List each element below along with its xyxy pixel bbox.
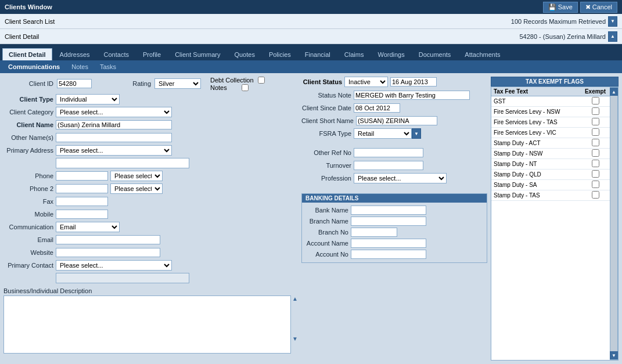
client-type-group: IndividualCompany	[56, 94, 120, 104]
other-names-label: Other Name(s)	[3, 134, 56, 141]
tax-sd-nt-checkbox[interactable]	[592, 160, 599, 167]
status-date-input[interactable]	[390, 77, 437, 87]
tab-quotes[interactable]: Quotes	[228, 48, 261, 60]
tax-scroll-up[interactable]: ▲	[610, 88, 618, 96]
tab-client-summary[interactable]: Client Summary	[168, 48, 226, 60]
client-status-select[interactable]: InactiveActive	[344, 77, 388, 87]
profession-select[interactable]: Please select...	[354, 173, 447, 183]
fax-label: Fax	[3, 198, 56, 205]
primary-address-select[interactable]: Please select...	[56, 145, 172, 156]
max-records-dropdown[interactable]: ▼	[608, 16, 617, 27]
tax-fsl-tas-checkbox[interactable]	[592, 118, 599, 125]
sub-tab-communications[interactable]: Communications	[2, 62, 66, 72]
other-names-input[interactable]	[56, 133, 172, 142]
client-name-input[interactable]	[56, 120, 172, 129]
tab-contacts[interactable]: Contacts	[98, 48, 135, 60]
account-no-input[interactable]	[351, 250, 426, 259]
tax-row-sd-qld: Stamp Duty - QLD	[491, 170, 610, 180]
client-detail-collapse[interactable]: ▲	[608, 31, 617, 42]
save-button[interactable]: 💾 Save	[543, 2, 578, 13]
app-title: Clients Window	[5, 3, 52, 10]
tab-client-detail[interactable]: Client Detail	[2, 48, 52, 60]
other-ref-input[interactable]	[354, 148, 423, 157]
client-short-name-label: Client Short Name	[301, 117, 356, 124]
tab-attachments[interactable]: Attachments	[458, 48, 506, 60]
biz-desc-scroll-down[interactable]: ▼	[292, 336, 298, 342]
fsra-dropdown-arrow[interactable]: ▼	[412, 128, 421, 139]
title-bar: Clients Window 💾 Save ✖ Cancel	[0, 0, 622, 14]
client-id-label: Client ID	[3, 80, 56, 87]
tax-col-text-header: Tax Fee Text	[491, 87, 581, 96]
notes-label: Notes	[210, 84, 227, 91]
branch-no-label: Branch No	[304, 229, 351, 236]
max-records-label: 100 Records Maximum Retrieved	[511, 18, 606, 25]
primary-address-text[interactable]	[56, 158, 189, 168]
branch-name-input[interactable]	[351, 217, 426, 226]
tax-sd-act-checkbox[interactable]	[592, 139, 599, 146]
tax-scroll-down[interactable]: ▼	[610, 351, 618, 359]
website-input[interactable]	[56, 248, 160, 257]
primary-address-group: Please select...	[56, 145, 172, 156]
phone2-label: Phone 2	[3, 185, 56, 192]
tax-sd-nsw-checkbox[interactable]	[592, 149, 599, 157]
phone2-type-select[interactable]: Please select...	[110, 183, 163, 194]
sub-tab-notes[interactable]: Notes	[66, 62, 94, 72]
save-icon: 💾	[548, 3, 556, 11]
mobile-input[interactable]	[56, 210, 108, 219]
phone-input[interactable]	[56, 171, 108, 181]
tab-wordings[interactable]: Wordings	[371, 48, 411, 60]
profession-label: Profession	[301, 175, 354, 182]
debt-collection-label: Debt Collection	[210, 77, 254, 84]
biz-desc-label: Business/Individual Description	[3, 287, 92, 294]
tax-col-exempt-header: Exempt	[581, 87, 610, 96]
tax-sd-sa-checkbox[interactable]	[592, 181, 599, 188]
tax-fsl-nsw-checkbox[interactable]	[592, 107, 599, 115]
cancel-button[interactable]: ✖ Cancel	[580, 2, 617, 13]
communication-select[interactable]: EmailPhonePost	[56, 222, 120, 232]
tax-sd-tas-checkbox[interactable]	[592, 191, 599, 199]
debt-collection-checkbox[interactable]	[258, 77, 265, 84]
tax-fsl-vic-checkbox[interactable]	[592, 128, 599, 136]
biz-desc-textarea[interactable]	[3, 295, 291, 354]
right-panel: TAX EXEMPT FLAGS Tax Fee Text Exempt GST…	[491, 77, 619, 361]
fax-input[interactable]	[56, 197, 108, 206]
account-name-input[interactable]	[351, 239, 426, 248]
communication-group: EmailPhonePost	[56, 222, 120, 232]
notes-checkbox[interactable]	[242, 84, 249, 91]
phone-type-select[interactable]: Please select...	[110, 171, 163, 181]
branch-no-input[interactable]	[351, 228, 397, 237]
turnover-input[interactable]	[354, 161, 423, 170]
sub-tab-tasks[interactable]: Tasks	[94, 62, 122, 72]
account-name-label: Account Name	[304, 240, 351, 247]
tab-claims[interactable]: Claims	[338, 48, 371, 60]
detail-bar-right: 54280 - (Susan) Zerina Millard ▲	[519, 31, 617, 42]
tab-profile[interactable]: Profile	[136, 48, 167, 60]
biz-desc-scroll-up[interactable]: ▲	[292, 295, 298, 302]
profession-group: Please select...	[354, 173, 447, 183]
communication-label: Communication	[3, 224, 56, 230]
primary-contact-select[interactable]: Please select...	[56, 260, 172, 271]
tab-financial[interactable]: Financial	[299, 48, 337, 60]
client-category-select[interactable]: Please select...	[56, 107, 172, 117]
client-short-name-input[interactable]	[356, 116, 437, 125]
tab-policies[interactable]: Policies	[263, 48, 297, 60]
tab-documents[interactable]: Documents	[412, 48, 458, 60]
tax-row-gst: GST	[491, 96, 610, 107]
client-id-input[interactable]	[57, 79, 92, 88]
client-since-input[interactable]	[354, 103, 400, 113]
client-type-select[interactable]: IndividualCompany	[56, 94, 120, 104]
tab-addresses[interactable]: Addresses	[53, 48, 96, 60]
primary-contact-label: Primary Contact	[3, 262, 56, 269]
tax-sd-qld-checkbox[interactable]	[592, 170, 599, 178]
bank-name-input[interactable]	[351, 206, 426, 215]
phone2-input[interactable]	[56, 184, 108, 193]
email-input[interactable]	[56, 235, 160, 244]
client-category-group: Please select...	[56, 107, 172, 117]
client-since-label: Client Since Date	[301, 104, 354, 111]
rating-select[interactable]: SilverGoldBronze	[154, 78, 201, 89]
banking-content: Bank Name Branch Name Branch No Account …	[302, 203, 487, 262]
status-note-input[interactable]	[354, 91, 470, 100]
website-label: Website	[3, 249, 56, 256]
fsra-type-select[interactable]: RetailWholesale	[354, 128, 412, 139]
tax-gst-checkbox[interactable]	[592, 97, 599, 104]
